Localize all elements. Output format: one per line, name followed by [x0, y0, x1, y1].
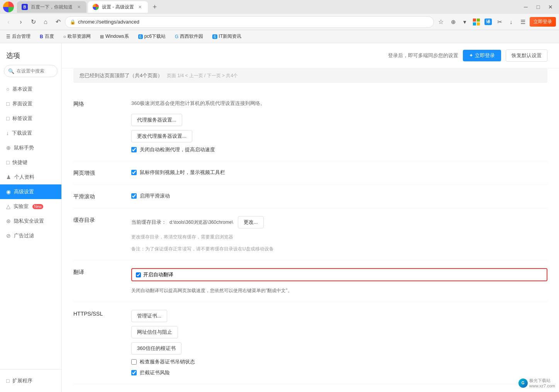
- basic-icon: ○: [6, 86, 9, 92]
- trusted-certs-button[interactable]: 360信任的根证书: [131, 342, 181, 355]
- sidebar-item-adblock[interactable]: ⊘ 广告过滤: [0, 228, 61, 243]
- https-ssl-label: HTTPS/SSL: [73, 310, 120, 376]
- sidebar-item-profile[interactable]: ♟ 个人资料: [0, 170, 61, 184]
- bookmark-windows[interactable]: ⊞ Windows系: [97, 32, 132, 41]
- download-nav-icon: ↓: [6, 130, 9, 136]
- back-button[interactable]: ‹: [3, 17, 14, 27]
- sidebar-label-ui: 界面设置: [12, 100, 32, 107]
- bookmark-it[interactable]: 6 IT新闻资讯: [209, 32, 244, 41]
- maximize-button[interactable]: □: [533, 2, 544, 12]
- profile-icon: ♟: [6, 174, 11, 180]
- sidebar-item-tabs[interactable]: □ 标签设置: [0, 111, 61, 126]
- lab-icon: △: [6, 203, 10, 210]
- sidebar-item-mouse[interactable]: ⊕ 鼠标手势: [0, 140, 61, 155]
- toolbar-icons: ⊕ ▾ 译 ✂ ↓ ☰: [448, 17, 528, 27]
- tab-settings-close[interactable]: ✕: [137, 4, 143, 10]
- new-tab-button[interactable]: +: [149, 2, 160, 12]
- page-nav-text: 页面 1/4 < 上一页 / 下一页 > 共4个: [167, 73, 238, 78]
- restore-history-button[interactable]: ↶: [53, 17, 63, 27]
- main-login-button[interactable]: ✦ 立即登录: [463, 50, 501, 61]
- sidebar-label-lab: 实验室: [14, 203, 29, 210]
- dropdown-icon[interactable]: ▾: [459, 17, 470, 27]
- check-revocation-checkbox[interactable]: [131, 359, 137, 365]
- webpage-enhance-label: 网页增强: [73, 169, 120, 177]
- sidebar-item-basic[interactable]: ○ 基本设置: [0, 82, 61, 96]
- auto-translate-checkbox[interactable]: [136, 272, 141, 277]
- forward-button[interactable]: ›: [15, 17, 26, 27]
- restore-defaults-button[interactable]: 恢复默认设置: [506, 49, 547, 62]
- cache-change-button[interactable]: 更改...: [238, 216, 264, 228]
- cache-note1: 更改缓存目录，将清空现有缓存，需要重启浏览器: [131, 234, 547, 240]
- sidebar-bottom: □ 扩展程序: [0, 369, 61, 392]
- https-ssl-section: HTTPS/SSL 管理证书... 网址信任与阻止 360信任的根证书: [73, 302, 547, 384]
- sidebar-item-extensions[interactable]: □ 扩展程序: [6, 374, 55, 387]
- nav-login-button[interactable]: 立即登录: [530, 17, 556, 27]
- proxy-settings-button[interactable]: 代理服务器设置...: [131, 114, 182, 126]
- bookmark-baidu[interactable]: B 百度: [37, 32, 57, 41]
- address-bar[interactable]: 🔒 chrome://settings/advanced: [65, 16, 434, 28]
- https-ssl-controls: 管理证书... 网址信任与阻止 360信任的根证书 检查服务器证书吊销状态: [131, 310, 547, 376]
- settings-search-box[interactable]: 🔍: [4, 65, 58, 77]
- sidebar-item-shortcut[interactable]: □ 快捷键: [0, 155, 61, 170]
- sidebar-item-download[interactable]: ↓ 下载设置: [0, 126, 61, 140]
- refresh-button[interactable]: ↻: [28, 17, 39, 27]
- msn-grid-icon[interactable]: [471, 17, 482, 27]
- cache-note2: 备注：为了保证缓存正常读写，请不要将缓存目录设在U盘或移动设备: [131, 246, 547, 252]
- home-button[interactable]: ⌂: [40, 17, 51, 27]
- sidebar-item-ui[interactable]: □ 界面设置: [0, 96, 61, 111]
- translate-toolbar-icon[interactable]: 译: [483, 17, 493, 27]
- expand-icon[interactable]: ⊕: [448, 17, 459, 27]
- tab-baidu-favicon: B: [22, 4, 28, 10]
- smooth-scroll-label: 平滑滚动: [73, 193, 120, 200]
- search-input[interactable]: [17, 68, 53, 74]
- manage-certs-button[interactable]: 管理证书...: [131, 310, 167, 322]
- tab-baidu[interactable]: B 百度一下，你就知道 ✕: [17, 1, 86, 13]
- block-cert-risk-label: 拦截证书风险: [140, 369, 170, 376]
- download-icon[interactable]: ↓: [506, 17, 517, 27]
- auto-detect-proxy-checkbox[interactable]: [131, 147, 137, 152]
- minimize-button[interactable]: ─: [520, 2, 531, 12]
- extensions-icon: □: [6, 378, 9, 384]
- login-status-text: 登录后，即可多端同步您的设置: [388, 52, 458, 59]
- bookmark-xixi[interactable]: G 西西软件园: [172, 32, 206, 41]
- bookmark-admin[interactable]: ☰ 后台管理: [3, 32, 34, 41]
- sidebar: 选项 🔍 ○ 基本设置 □ 界面设置 □ 标签设置 ↓ 下载设置: [0, 43, 62, 392]
- sidebar-item-lab[interactable]: △ 实验室 New: [0, 199, 61, 214]
- block-cert-risk-checkbox[interactable]: [131, 370, 137, 375]
- bookmarks-bar: ☰ 后台管理 B 百度 ○ 欧菲资源网 ⊞ Windows系 6 pc6下载站 …: [0, 30, 559, 43]
- shortcut-icon: □: [6, 159, 9, 166]
- bookmark-pc6[interactable]: 6 pc6下载站: [135, 32, 169, 41]
- video-toolbar-row: 鼠标停留到视频上时，显示视频工具栏: [131, 169, 547, 176]
- cache-current-label: 当前缓存目录：: [131, 219, 166, 226]
- sidebar-label-adblock: 广告过滤: [14, 232, 34, 239]
- network-controls: 360极速浏览器会使用您计算机的系统代理设置连接到网络。 代理服务器设置... …: [131, 100, 547, 153]
- url-trust-button[interactable]: 网址信任与阻止: [131, 326, 178, 338]
- privacy-icon: ⊛: [6, 218, 11, 224]
- tab-baidu-close[interactable]: ✕: [76, 4, 82, 10]
- cache-controls: 当前缓存目录： d:\tools\360浏览器\360chrome\ 更改...…: [131, 216, 547, 252]
- change-proxy-button[interactable]: 更改代理服务器设置...: [131, 130, 192, 142]
- title-bar: B 百度一下，你就知道 ✕ 设置 - 高级设置 ✕ + ─ □ ✕: [0, 0, 559, 14]
- check-revocation-label: 检查服务器证书吊销状态: [140, 358, 195, 365]
- menu-icon[interactable]: ☰: [517, 17, 528, 27]
- sidebar-item-privacy[interactable]: ⊛ 隐私安全设置: [0, 214, 61, 228]
- network-label: 网络: [73, 100, 120, 153]
- bookmark-oufei[interactable]: ○ 欧菲资源网: [60, 32, 94, 41]
- tab-settings[interactable]: 设置 - 高级设置 ✕: [88, 1, 148, 13]
- tab-settings-title: 设置 - 高级设置: [102, 4, 134, 10]
- scissors-icon[interactable]: ✂: [494, 17, 505, 27]
- translate-highlight-box: 开启自动翻译: [131, 268, 547, 281]
- close-button[interactable]: ✕: [545, 2, 556, 12]
- bookmark-it-label: IT新闻资讯: [219, 33, 242, 40]
- bookmark-windows-label: Windows系: [105, 33, 129, 40]
- settings-header-right: 登录后，即可多端同步您的设置 ✦ 立即登录 恢复默认设置: [388, 49, 547, 62]
- bookmark-xixi-label: 西西软件园: [180, 33, 203, 40]
- cache-path-value: d:\tools\360浏览器\360chrome\: [169, 219, 233, 226]
- sidebar-item-advanced[interactable]: ◉ 高级设置: [0, 184, 61, 199]
- bookmark-star-button[interactable]: ☆: [435, 17, 446, 27]
- bookmark-oufei-label: 欧菲资源网: [68, 33, 91, 40]
- mouse-icon: ⊕: [6, 145, 11, 151]
- video-toolbar-checkbox[interactable]: [131, 170, 137, 175]
- smooth-scroll-checkbox[interactable]: [131, 193, 137, 199]
- translate-section: 翻译 开启自动翻译 关闭自动翻译可以提高网页加载速度，您依然可以使用右键菜单的"…: [73, 260, 547, 302]
